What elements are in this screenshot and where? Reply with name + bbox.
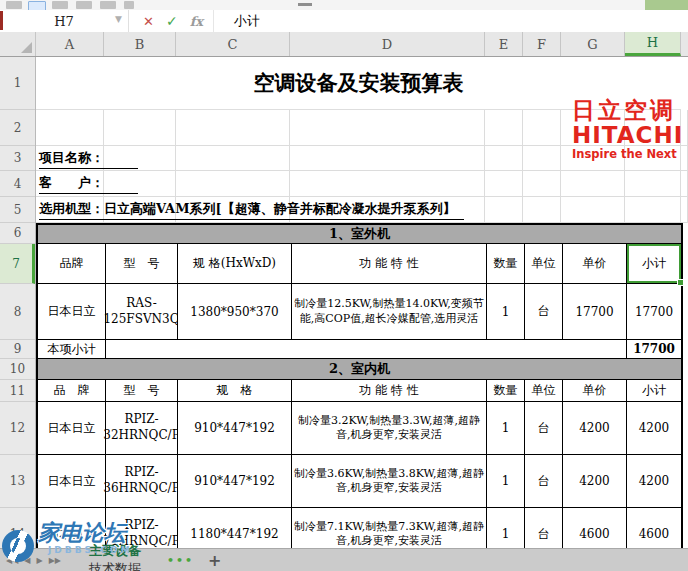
column-header-A[interactable]: A: [36, 32, 104, 56]
empty-cell[interactable]: [290, 146, 485, 171]
toolbar-icon-fragment[interactable]: [76, 1, 92, 9]
empty-cell[interactable]: [176, 110, 290, 146]
table-cell[interactable]: 4200: [563, 455, 627, 508]
table-header-cell[interactable]: 规 格(HxWxD): [178, 244, 292, 284]
table-cell[interactable]: 4600: [563, 508, 627, 548]
row-header-2[interactable]: 2: [0, 110, 35, 146]
column-header-E[interactable]: E: [485, 32, 523, 56]
sheet-list-icon[interactable]: •••: [167, 554, 194, 567]
row-header-12[interactable]: 12: [0, 402, 35, 455]
info-label[interactable]: 客 户：: [39, 174, 138, 194]
empty-cell[interactable]: [104, 110, 176, 146]
table-header-cell[interactable]: 小计: [627, 380, 683, 402]
table-cell[interactable]: 日本日立: [38, 455, 106, 508]
table-cell[interactable]: 1: [487, 402, 525, 455]
row-header-7[interactable]: 7: [0, 244, 35, 284]
empty-cell[interactable]: [485, 110, 523, 146]
column-header-H[interactable]: H: [625, 32, 681, 56]
row-header-1[interactable]: 1: [0, 57, 35, 110]
table-header-cell[interactable]: 功 能 特 性: [292, 380, 487, 402]
table-header-cell[interactable]: 型 号: [106, 244, 178, 284]
table-cell[interactable]: 910*447*192: [178, 402, 292, 455]
table-cell[interactable]: 台: [525, 284, 563, 340]
empty-cell[interactable]: [625, 197, 681, 223]
table-cell[interactable]: RAS- 125FSVN3Q: [106, 284, 178, 340]
row-header-11[interactable]: 11: [0, 380, 35, 402]
empty-cell[interactable]: [625, 171, 681, 197]
table-cell[interactable]: RPIZ- 36HRNQC/P: [106, 455, 178, 508]
table-cell[interactable]: 1: [487, 284, 525, 340]
subtotal-empty-cell[interactable]: [106, 340, 627, 359]
table-cell[interactable]: 日本日立: [38, 284, 106, 340]
table-header-cell[interactable]: 数量: [487, 380, 525, 402]
table-header-cell[interactable]: 品牌: [38, 244, 106, 284]
subtotal-label-cell[interactable]: 本项小计: [38, 340, 106, 359]
add-sheet-button[interactable]: +: [208, 551, 221, 570]
empty-cell[interactable]: [485, 146, 523, 171]
empty-cell[interactable]: [681, 171, 688, 197]
toolbar-icon-fragment[interactable]: [100, 1, 116, 9]
empty-cell[interactable]: [681, 197, 688, 223]
table-cell[interactable]: 1380*950*370: [178, 284, 292, 340]
row-header-4[interactable]: 4: [0, 171, 35, 197]
toolbar-icon-fragment[interactable]: [52, 1, 68, 9]
formula-input[interactable]: 小计: [214, 12, 260, 30]
table-cell[interactable]: 台: [525, 508, 563, 548]
toolbar-icon-fragment[interactable]: [124, 1, 134, 9]
select-all-corner[interactable]: [0, 32, 36, 56]
row-header-8[interactable]: 8: [0, 284, 35, 340]
empty-cell[interactable]: [523, 197, 561, 223]
table-cell[interactable]: 日本日立: [38, 402, 106, 455]
name-box-dropdown-icon[interactable]: ▼: [115, 14, 122, 24]
table-cell[interactable]: 4200: [563, 402, 627, 455]
column-header-F[interactable]: F: [523, 32, 561, 56]
cancel-icon[interactable]: ✕: [143, 14, 154, 29]
empty-cell[interactable]: [523, 171, 561, 197]
table-cell[interactable]: 制冷量3.6KW,制热量3.8KW,超薄,超静音,机身更窄,安装灵活: [292, 455, 487, 508]
table-cell[interactable]: 4600: [627, 508, 683, 548]
row-header-10[interactable]: 10: [0, 359, 35, 380]
table-header-cell[interactable]: 品 牌: [38, 380, 106, 402]
table-header-cell[interactable]: 数量: [487, 244, 525, 284]
row-header-9[interactable]: 9: [0, 340, 35, 359]
table-cell[interactable]: 1: [487, 508, 525, 548]
column-header-G[interactable]: G: [561, 32, 625, 56]
table-header-cell[interactable]: 单位: [525, 380, 563, 402]
info-label[interactable]: 项目名称：: [39, 149, 138, 169]
table-cell[interactable]: 制冷量7.1KW,制热量7.3KW,超薄,超静音,机身更窄,安装灵活: [292, 508, 487, 548]
table-cell[interactable]: 台: [525, 402, 563, 455]
section-header-cell[interactable]: 1、室外机: [38, 225, 683, 244]
insert-function-icon[interactable]: fx: [190, 14, 203, 29]
column-header-D[interactable]: D: [290, 32, 485, 56]
empty-cell[interactable]: [485, 171, 523, 197]
table-cell[interactable]: 17700: [563, 284, 627, 340]
empty-cell[interactable]: [176, 171, 290, 197]
column-header-B[interactable]: B: [104, 32, 176, 56]
table-header-cell[interactable]: 规 格: [178, 380, 292, 402]
empty-cell[interactable]: [561, 197, 625, 223]
empty-cell[interactable]: [290, 171, 485, 197]
row-header-5[interactable]: 5: [0, 197, 35, 223]
column-header-C[interactable]: C: [176, 32, 290, 56]
enter-icon[interactable]: ✓: [166, 13, 178, 29]
table-cell[interactable]: 910*447*192: [178, 455, 292, 508]
empty-cell[interactable]: [523, 110, 561, 146]
table-header-cell[interactable]: 单价: [563, 244, 627, 284]
table-cell[interactable]: 4200: [627, 455, 683, 508]
section-header-cell[interactable]: 2、室内机: [38, 359, 683, 380]
subtotal-value-cell[interactable]: 17700: [627, 340, 683, 359]
empty-cell[interactable]: [561, 171, 625, 197]
table-cell[interactable]: 台: [525, 455, 563, 508]
row-header-6[interactable]: 6: [0, 223, 35, 244]
selected-cell-H7[interactable]: 小计: [627, 244, 683, 284]
row-header-3[interactable]: 3: [0, 146, 35, 171]
row-header-13[interactable]: 13: [0, 455, 35, 508]
empty-cell[interactable]: [290, 110, 485, 146]
table-cell[interactable]: 4200: [627, 402, 683, 455]
table-cell[interactable]: 制冷量3.2KW,制热量3.3W,超薄,超静音,机身更窄,安装灵活: [292, 402, 487, 455]
empty-cell[interactable]: [176, 146, 290, 171]
table-cell[interactable]: 1180*447*192: [178, 508, 292, 548]
table-cell[interactable]: 制冷量12.5KW,制热量14.0KW,变频节能,高COP值,超长冷媒配管,选用…: [292, 284, 487, 340]
empty-cell[interactable]: [36, 110, 104, 146]
table-cell[interactable]: RPIZ- 32HRNQC/P: [106, 402, 178, 455]
